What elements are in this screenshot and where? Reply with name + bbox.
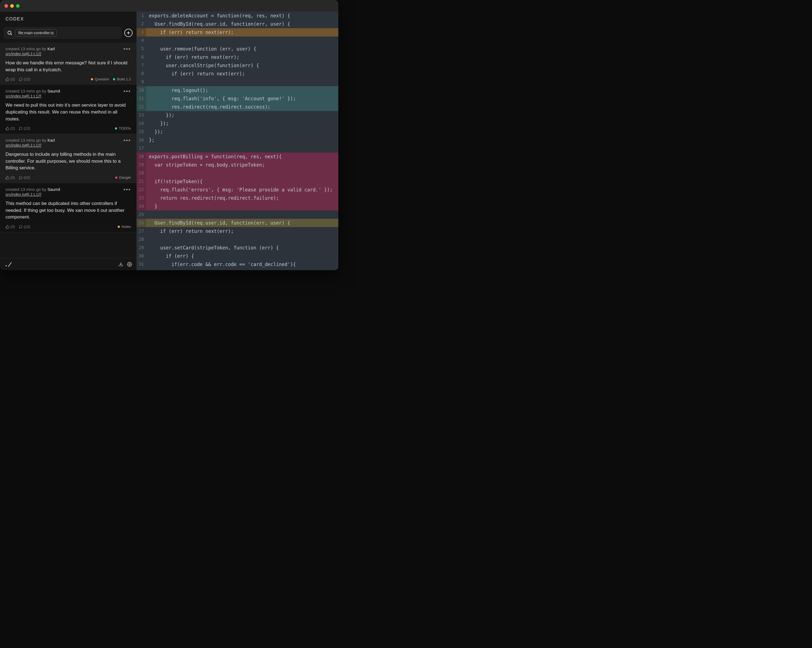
card-body: We need to pull this out into it’s own s… — [6, 102, 131, 122]
like-button[interactable]: (2) — [6, 126, 15, 130]
like-button[interactable]: (2) — [6, 176, 15, 180]
code-line[interactable]: 21 if(!stripeToken){ — [137, 177, 338, 186]
minimize-icon[interactable] — [10, 4, 14, 8]
tag[interactable]: Danger — [115, 176, 131, 180]
code-line[interactable]: 22 req.flash('errors', { msg: 'Please pr… — [137, 186, 338, 194]
search-input[interactable]: file:main-controller.ts — [4, 27, 122, 39]
line-number: 10 — [137, 86, 146, 95]
code-line[interactable]: 16}; — [137, 136, 338, 144]
code-line[interactable]: 29 user.setCard(stripeToken, function (e… — [137, 244, 338, 252]
code-line[interactable]: 31 if(err.code && err.code == 'card_decl… — [137, 260, 338, 269]
code-line[interactable]: 14 }); — [137, 119, 338, 128]
sidebar-footer: ./ — [0, 258, 136, 270]
tag[interactable]: TODOs — [115, 126, 131, 130]
tag-label: Notes — [122, 225, 131, 229]
code-line[interactable]: 24 } — [137, 202, 338, 211]
author-name: Saumil — [47, 89, 60, 93]
comment-card[interactable]: created 13 mins go by Karlsrc/index.ts#[… — [0, 43, 136, 85]
svg-point-5 — [129, 263, 130, 265]
code-line[interactable]: 19 var stripeToken = req.body.stripeToke… — [137, 161, 338, 169]
author-name: Karl — [47, 46, 55, 51]
code-line[interactable]: 17 — [137, 144, 338, 153]
code-line[interactable]: 23 return res.redirect(req.redirect.fail… — [137, 194, 338, 202]
code-line[interactable]: 20 — [137, 169, 338, 177]
code-line[interactable]: 27 if (err) return next(err); — [137, 227, 338, 235]
code-line[interactable]: 9 — [137, 78, 338, 86]
code-line[interactable]: 15 }); — [137, 128, 338, 136]
more-icon[interactable]: ••• — [124, 138, 131, 142]
line-number: 2 — [137, 20, 146, 28]
tag[interactable]: Question — [91, 77, 109, 81]
line-number: 7 — [137, 61, 146, 70]
card-body: This method can be duplicated into other… — [6, 200, 131, 221]
maximize-icon[interactable] — [16, 4, 20, 8]
line-number: 5 — [137, 45, 146, 53]
search-chip[interactable]: file:main-controller.ts — [15, 29, 56, 37]
code-line[interactable]: 13 }); — [137, 111, 338, 119]
card-meta: created 13 mins go by Saumil — [6, 89, 60, 93]
code-line[interactable]: 25 — [137, 211, 338, 219]
line-number: 19 — [137, 161, 146, 169]
code-line[interactable]: 7 user.cancelStripe(function(err) { — [137, 61, 338, 70]
close-icon[interactable] — [5, 4, 8, 8]
sidebar-header: CODEX — [0, 12, 136, 24]
comment-button[interactable]: (12) — [19, 77, 30, 81]
comment-icon — [19, 176, 23, 180]
line-number: 18 — [137, 153, 146, 161]
gear-icon[interactable] — [127, 262, 132, 267]
line-number: 21 — [137, 177, 146, 186]
code-line[interactable]: 8 if (err) return next(err); — [137, 70, 338, 78]
card-meta: created 13 mins go by Karl — [6, 138, 55, 142]
comment-icon — [19, 77, 23, 81]
code-text: req.flash('info', { msg: 'Account gone!'… — [146, 95, 338, 103]
more-icon[interactable]: ••• — [124, 89, 131, 93]
code-line[interactable]: 5 user.remove(function (err, user) { — [137, 45, 338, 53]
code-text: if(err.code && err.code == 'card_decline… — [146, 260, 338, 269]
code-text — [146, 169, 338, 177]
code-line[interactable]: 4 — [137, 37, 338, 45]
like-button[interactable]: (2) — [6, 225, 15, 229]
file-link[interactable]: src/index.ts#[L1:L12] — [6, 143, 41, 148]
comment-button[interactable]: (12) — [19, 126, 30, 130]
code-line[interactable]: 11 req.flash('info', { msg: 'Account gon… — [137, 95, 338, 103]
code-line[interactable]: 12 res.redirect(req.redirect.success); — [137, 103, 338, 111]
file-link[interactable]: src/index.ts#[L1:L12] — [6, 192, 41, 197]
line-number: 31 — [137, 260, 146, 269]
comment-card[interactable]: created 13 mins go by Karlsrc/index.ts#[… — [0, 134, 136, 183]
code-editor[interactable]: 1exports.deleteAccount = function(req, r… — [137, 12, 338, 270]
code-line[interactable]: 6 if (err) return next(err); — [137, 53, 338, 61]
line-number: 4 — [137, 37, 146, 45]
line-number: 12 — [137, 103, 146, 111]
comment-button[interactable]: (12) — [19, 176, 30, 180]
code-line[interactable]: 18exports.postBilling = function(req, re… — [137, 153, 338, 161]
code-line[interactable]: 10 req.logout(); — [137, 86, 338, 95]
more-icon[interactable]: ••• — [124, 187, 131, 191]
code-text: } — [146, 202, 338, 211]
app-title: CODEX — [6, 17, 131, 21]
comment-card[interactable]: created 13 mins go by Saumilsrc/index.ts… — [0, 183, 136, 232]
card-body: Dangerous to include any billing methods… — [6, 151, 131, 171]
file-link[interactable]: src/index.ts#[L1:L12] — [6, 94, 41, 98]
code-text: req.logout(); — [146, 86, 338, 95]
tag[interactable]: Notes — [118, 225, 131, 229]
card-list[interactable]: created 13 mins go by Karlsrc/index.ts#[… — [0, 43, 136, 258]
like-count: (2) — [11, 126, 15, 130]
like-button[interactable]: (2) — [6, 77, 15, 81]
comment-card[interactable]: created 13 mins go by Saumilsrc/index.ts… — [0, 85, 136, 134]
more-icon[interactable]: ••• — [124, 46, 131, 50]
tag[interactable]: Build 1.2 — [113, 77, 131, 81]
code-line[interactable]: 1exports.deleteAccount = function(req, r… — [137, 12, 338, 20]
code-line[interactable]: 26 User.findById(req.user.id, function(e… — [137, 219, 338, 227]
search-icon — [7, 30, 12, 36]
code-line[interactable]: 2 User.findById(req.user.id, function(er… — [137, 20, 338, 28]
code-line[interactable]: 30 if (err) { — [137, 252, 338, 260]
line-number: 25 — [137, 211, 146, 219]
card-meta: created 13 mins go by Saumil — [6, 187, 60, 192]
code-line[interactable]: 28 — [137, 235, 338, 244]
comment-button[interactable]: (12) — [19, 225, 30, 229]
code-line[interactable]: 3 if (err) return next(err); — [137, 28, 338, 37]
add-button[interactable] — [124, 29, 133, 37]
titlebar[interactable] — [0, 0, 338, 12]
download-icon[interactable] — [119, 262, 123, 267]
file-link[interactable]: src/index.ts#[L1:L12] — [6, 52, 41, 56]
